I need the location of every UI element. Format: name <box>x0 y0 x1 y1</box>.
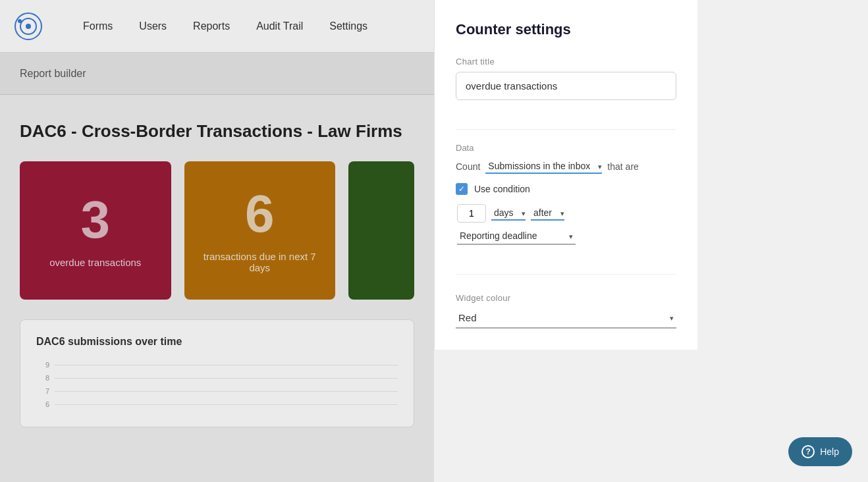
chart-line-6: 6 <box>36 398 398 411</box>
help-button[interactable]: ? Help <box>788 437 852 466</box>
counter-number-due7: 6 <box>245 188 275 240</box>
after-dropdown-wrapper: after <box>531 206 564 221</box>
main-content: DAC6 - Cross-Border Transactions - Law F… <box>0 95 434 482</box>
counter-card-overdue: 3 overdue transactions <box>20 161 171 300</box>
report-builder-bar: Report builder <box>0 53 434 95</box>
chart-title-input[interactable] <box>456 72 676 100</box>
chart-line-7: 7 <box>36 385 398 398</box>
data-section-label: Data <box>456 143 676 153</box>
counter-number-overdue: 3 <box>81 194 111 246</box>
nav-item-audit-trail[interactable]: Audit Trail <box>256 15 303 38</box>
nav-item-settings[interactable]: Settings <box>329 15 367 38</box>
after-dropdown[interactable]: after <box>531 206 564 221</box>
chart-title-field-group: Chart title <box>456 57 676 100</box>
right-panel-container: Counter settings Chart title Data Count … <box>434 0 868 482</box>
divider-2 <box>456 274 676 275</box>
widget-colour-dropdown[interactable]: RedOrangeGreenBlue <box>456 308 676 329</box>
counter-label-due7: transactions due in next 7 days <box>198 251 323 273</box>
condition-days-row: days after <box>457 204 676 223</box>
navbar: Forms Users Reports Audit Trail Settings <box>0 0 434 53</box>
counter-card-due7: 6 transactions due in next 7 days <box>184 161 336 300</box>
chart-line-8: 8 <box>36 371 398 385</box>
right-panel: Counter settings Chart title Data Count … <box>434 0 697 350</box>
logo[interactable] <box>13 11 43 41</box>
that-are-text: that are <box>607 161 638 172</box>
svg-point-2 <box>26 24 31 29</box>
use-condition-checkbox[interactable]: ✓ <box>456 183 468 195</box>
condition-days-input[interactable] <box>457 204 486 223</box>
days-dropdown-wrapper: days <box>491 206 526 221</box>
counter-label-overdue: overdue transactions <box>49 257 141 268</box>
chart-line-9: 9 <box>36 358 398 371</box>
help-button-label: Help <box>820 446 839 457</box>
counter-settings-title: Counter settings <box>456 21 676 38</box>
submissions-dropdown-wrapper: Submissions in the inbox <box>485 159 602 174</box>
widget-colour-dropdown-wrapper: RedOrangeGreenBlue <box>456 308 676 329</box>
submissions-dropdown[interactable]: Submissions in the inbox <box>485 159 602 174</box>
nav-items: Forms Users Reports Audit Trail Settings <box>83 15 367 38</box>
page-title: DAC6 - Cross-Border Transactions - Law F… <box>20 121 414 142</box>
reporting-deadline-wrapper: Reporting deadline <box>457 228 576 245</box>
reporting-deadline-row: Reporting deadline <box>457 228 676 245</box>
data-section: Data Count Submissions in the inbox that… <box>456 143 676 245</box>
widget-colour-label: Widget colour <box>456 293 676 303</box>
chart-title: DAC6 submissions over time <box>36 336 398 348</box>
count-text: Count <box>456 161 480 172</box>
counter-cards: 3 overdue transactions 6 transactions du… <box>20 161 414 300</box>
widget-colour-section: Widget colour RedOrangeGreenBlue <box>456 293 676 329</box>
use-condition-row[interactable]: ✓ Use condition <box>456 183 676 195</box>
divider-1 <box>456 129 676 130</box>
help-icon: ? <box>801 445 815 458</box>
chart-section: DAC6 submissions over time 9 8 7 6 <box>20 319 414 427</box>
nav-item-reports[interactable]: Reports <box>193 15 230 38</box>
days-dropdown[interactable]: days <box>491 206 526 221</box>
nav-item-users[interactable]: Users <box>139 15 167 38</box>
reporting-deadline-dropdown[interactable]: Reporting deadline <box>457 228 576 245</box>
svg-point-3 <box>18 19 22 23</box>
chart-area: 9 8 7 6 <box>36 358 398 411</box>
count-row: Count Submissions in the inbox that are <box>456 159 676 174</box>
report-builder-label: Report builder <box>20 68 86 80</box>
nav-item-forms[interactable]: Forms <box>83 15 113 38</box>
counter-card-third <box>348 161 414 300</box>
chart-title-field-label: Chart title <box>456 57 676 67</box>
use-condition-label: Use condition <box>474 184 530 194</box>
